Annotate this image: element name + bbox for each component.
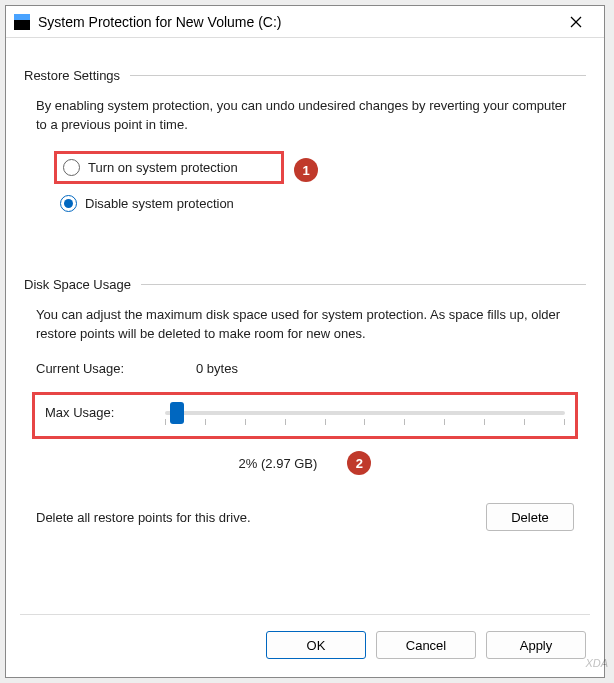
close-button[interactable] — [556, 8, 596, 36]
radio-icon — [63, 159, 80, 176]
disk-space-header: Disk Space Usage — [24, 277, 586, 292]
dialog-footer: OK Cancel Apply — [6, 615, 604, 677]
delete-description: Delete all restore points for this drive… — [36, 510, 251, 525]
max-usage-label: Max Usage: — [45, 405, 145, 420]
system-protection-dialog: System Protection for New Volume (C:) Re… — [5, 5, 605, 678]
turn-on-protection-radio[interactable]: Turn on system protection — [54, 151, 284, 184]
current-usage-value: 0 bytes — [196, 361, 238, 376]
max-usage-slider[interactable] — [165, 411, 565, 415]
max-usage-value: 2% (2.97 GB) — [239, 456, 318, 471]
section-label: Restore Settings — [24, 68, 120, 83]
section-label: Disk Space Usage — [24, 277, 131, 292]
divider — [141, 284, 586, 285]
current-usage-label: Current Usage: — [36, 361, 166, 376]
max-usage-value-row: 2% (2.97 GB) 2 — [24, 451, 586, 475]
max-usage-row: Max Usage: — [32, 392, 578, 439]
close-icon — [570, 16, 582, 28]
radio-label: Disable system protection — [85, 196, 234, 211]
app-icon — [14, 14, 30, 30]
disable-protection-radio[interactable]: Disable system protection — [54, 190, 586, 217]
restore-description: By enabling system protection, you can u… — [36, 97, 574, 135]
watermark: XDA — [585, 657, 608, 669]
window-title: System Protection for New Volume (C:) — [38, 14, 556, 30]
divider — [130, 75, 586, 76]
radio-dot-icon — [64, 199, 73, 208]
annotation-marker-2: 2 — [347, 451, 371, 475]
delete-button[interactable]: Delete — [486, 503, 574, 531]
content-area: Restore Settings By enabling system prot… — [6, 38, 604, 614]
annotation-marker-1: 1 — [294, 158, 318, 182]
ok-button[interactable]: OK — [266, 631, 366, 659]
restore-settings-header: Restore Settings — [24, 68, 586, 83]
radio-label: Turn on system protection — [88, 160, 238, 175]
apply-button[interactable]: Apply — [486, 631, 586, 659]
cancel-button[interactable]: Cancel — [376, 631, 476, 659]
radio-icon — [60, 195, 77, 212]
disk-description: You can adjust the maximum disk space us… — [36, 306, 574, 344]
delete-row: Delete all restore points for this drive… — [36, 503, 574, 531]
current-usage-row: Current Usage: 0 bytes — [36, 361, 574, 376]
titlebar: System Protection for New Volume (C:) — [6, 6, 604, 38]
protection-radio-group: Turn on system protection 1 Disable syst… — [54, 151, 586, 217]
slider-ticks — [165, 419, 565, 425]
